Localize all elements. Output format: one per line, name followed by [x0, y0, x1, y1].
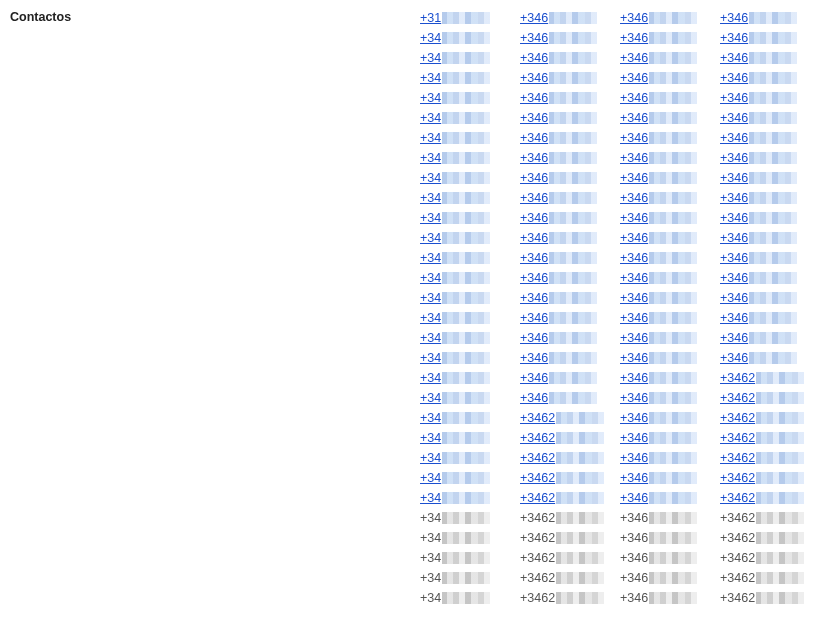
phone-link[interactable]: +346 — [620, 491, 648, 505]
phone-link[interactable]: +346 — [520, 171, 548, 185]
phone-link[interactable]: +34 — [420, 331, 441, 345]
phone-link[interactable]: +346 — [520, 311, 548, 325]
phone-link[interactable]: +34 — [420, 251, 441, 265]
phone-link[interactable]: +346 — [620, 351, 648, 365]
phone-link[interactable]: +346 — [620, 31, 648, 45]
phone-link[interactable]: +34 — [420, 411, 441, 425]
phone-link[interactable]: +346 — [620, 171, 648, 185]
phone-link[interactable]: +346 — [520, 291, 548, 305]
phone-link[interactable]: +346 — [620, 51, 648, 65]
phone-link[interactable]: +346 — [520, 371, 548, 385]
phone-link[interactable]: +34 — [420, 351, 441, 365]
phone-link[interactable]: +346 — [620, 331, 648, 345]
phone-link[interactable]: +34 — [420, 271, 441, 285]
phone-link[interactable]: +346 — [720, 351, 748, 365]
phone-link[interactable]: +34 — [420, 291, 441, 305]
phone-link[interactable]: +3462 — [520, 411, 555, 425]
phone-link[interactable]: +346 — [620, 111, 648, 125]
phone-link[interactable]: +346 — [620, 451, 648, 465]
phone-link[interactable]: +34 — [420, 371, 441, 385]
phone-link[interactable]: +31 — [420, 11, 441, 25]
phone-link[interactable]: +346 — [520, 351, 548, 365]
phone-link[interactable]: +346 — [520, 111, 548, 125]
phone-link[interactable]: +346 — [720, 71, 748, 85]
phone-link[interactable]: +346 — [620, 431, 648, 445]
phone-link[interactable]: +346 — [620, 311, 648, 325]
phone-link[interactable]: +3462 — [720, 411, 755, 425]
phone-link[interactable]: +346 — [620, 371, 648, 385]
phone-link[interactable]: +34 — [420, 471, 441, 485]
phone-link[interactable]: +346 — [620, 471, 648, 485]
phone-link[interactable]: +34 — [420, 491, 441, 505]
phone-link[interactable]: +346 — [720, 191, 748, 205]
phone-link[interactable]: +346 — [720, 131, 748, 145]
phone-link[interactable]: +346 — [520, 151, 548, 165]
phone-link[interactable]: +346 — [520, 251, 548, 265]
phone-link[interactable]: +346 — [620, 91, 648, 105]
phone-link[interactable]: +34 — [420, 311, 441, 325]
phone-link[interactable]: +346 — [520, 91, 548, 105]
phone-link[interactable]: +346 — [520, 51, 548, 65]
phone-link[interactable]: +34 — [420, 171, 441, 185]
phone-link[interactable]: +3462 — [720, 431, 755, 445]
phone-link[interactable]: +346 — [520, 331, 548, 345]
phone-link[interactable]: +346 — [620, 131, 648, 145]
phone-link[interactable]: +34 — [420, 71, 441, 85]
phone-link[interactable]: +346 — [520, 71, 548, 85]
phone-link[interactable]: +3462 — [720, 391, 755, 405]
phone-link[interactable]: +346 — [720, 271, 748, 285]
phone-link[interactable]: +3462 — [720, 491, 755, 505]
phone-link[interactable]: +346 — [720, 11, 748, 25]
phone-link[interactable]: +3462 — [520, 431, 555, 445]
phone-link[interactable]: +346 — [620, 251, 648, 265]
phone-link[interactable]: +346 — [620, 71, 648, 85]
phone-link[interactable]: +34 — [420, 211, 441, 225]
phone-link[interactable]: +346 — [620, 151, 648, 165]
phone-link[interactable]: +346 — [720, 91, 748, 105]
phone-link[interactable]: +34 — [420, 391, 441, 405]
phone-link[interactable]: +3462 — [720, 471, 755, 485]
phone-link[interactable]: +34 — [420, 31, 441, 45]
phone-link[interactable]: +346 — [620, 231, 648, 245]
phone-link[interactable]: +346 — [520, 11, 548, 25]
phone-link[interactable]: +34 — [420, 451, 441, 465]
phone-link[interactable]: +346 — [620, 291, 648, 305]
phone-link[interactable]: +346 — [720, 31, 748, 45]
phone-link[interactable]: +34 — [420, 51, 441, 65]
phone-link[interactable]: +346 — [720, 111, 748, 125]
phone-link[interactable]: +346 — [620, 411, 648, 425]
phone-link[interactable]: +346 — [620, 191, 648, 205]
phone-link[interactable]: +346 — [520, 211, 548, 225]
phone-link[interactable]: +346 — [720, 291, 748, 305]
phone-link[interactable]: +34 — [420, 191, 441, 205]
phone-link[interactable]: +34 — [420, 431, 441, 445]
phone-link[interactable]: +3462 — [720, 371, 755, 385]
phone-link[interactable]: +3462 — [720, 451, 755, 465]
phone-link[interactable]: +34 — [420, 151, 441, 165]
phone-link[interactable]: +34 — [420, 111, 441, 125]
phone-link[interactable]: +346 — [720, 151, 748, 165]
phone-link[interactable]: +34 — [420, 231, 441, 245]
phone-link[interactable]: +346 — [620, 271, 648, 285]
phone-link[interactable]: +34 — [420, 91, 441, 105]
phone-link[interactable]: +346 — [520, 271, 548, 285]
phone-link[interactable]: +346 — [720, 171, 748, 185]
phone-link[interactable]: +346 — [520, 31, 548, 45]
phone-link[interactable]: +346 — [720, 311, 748, 325]
phone-link[interactable]: +346 — [720, 51, 748, 65]
phone-link[interactable]: +346 — [720, 251, 748, 265]
phone-link[interactable]: +346 — [620, 391, 648, 405]
phone-link[interactable]: +3462 — [520, 491, 555, 505]
phone-link[interactable]: +346 — [720, 331, 748, 345]
phone-link[interactable]: +346 — [520, 391, 548, 405]
phone-link[interactable]: +346 — [520, 131, 548, 145]
phone-link[interactable]: +346 — [620, 211, 648, 225]
phone-link[interactable]: +346 — [520, 191, 548, 205]
phone-link[interactable]: +3462 — [520, 451, 555, 465]
phone-link[interactable]: +346 — [520, 231, 548, 245]
phone-link[interactable]: +346 — [720, 231, 748, 245]
phone-link[interactable]: +346 — [720, 211, 748, 225]
phone-link[interactable]: +3462 — [520, 471, 555, 485]
phone-link[interactable]: +346 — [620, 11, 648, 25]
phone-link[interactable]: +34 — [420, 131, 441, 145]
